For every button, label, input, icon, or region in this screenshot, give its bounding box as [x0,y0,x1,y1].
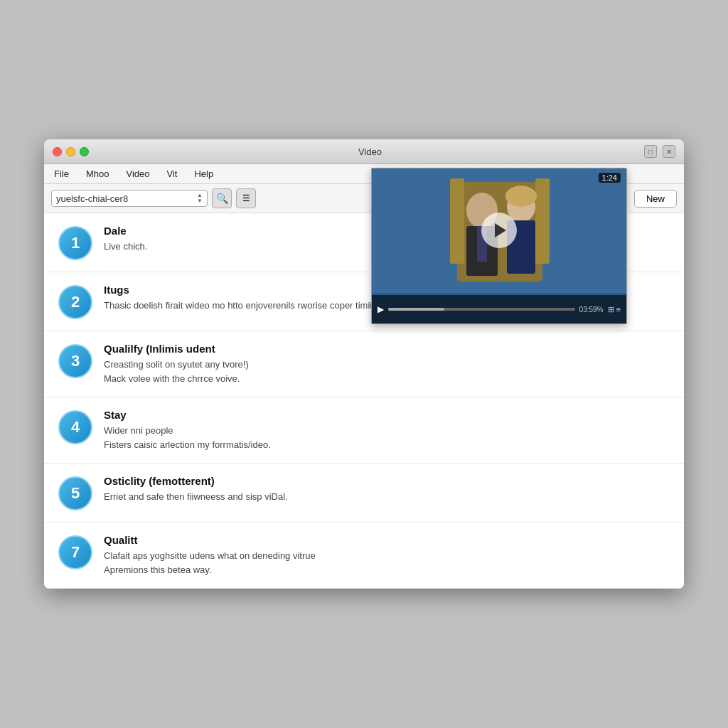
video-content [372,168,626,292]
close-traffic-light[interactable] [53,147,62,156]
svg-rect-3 [535,178,550,264]
window-title: Video [96,146,644,157]
list-item[interactable]: 7 Qualitt Clafait aps yoghsitte udens wh… [44,523,684,589]
item-number-1: 1 [58,226,92,260]
video-play-button[interactable]: ▶ [378,304,384,314]
new-button[interactable]: New [634,190,677,208]
item-number-5: 5 [58,476,92,510]
search-icon: 🔍 [216,193,228,204]
item-content-3: Qualilfy (Inlimis udent Creasting solit … [104,343,670,385]
svg-point-9 [505,186,537,207]
item-desc-7: Clafait aps yoghsitte udens what on dene… [104,549,670,577]
search-box: ▲ ▼ [51,190,208,207]
item-title-5: Osticlity (femotterent) [104,475,670,487]
video-progress-bar[interactable] [388,308,575,311]
list-icon: ☰ [242,193,250,203]
traffic-lights [53,147,89,156]
maximize-traffic-light[interactable] [80,147,89,156]
menu-mhoo[interactable]: Mhoo [83,167,112,181]
item-content-7: Qualitt Clafait aps yoghsitte udens what… [104,534,670,577]
window-controls: □ ✕ [644,145,675,158]
list-item[interactable]: 4 Stay Wider nni people Fisters caisic a… [44,397,684,464]
video-progress-fill [388,308,444,311]
item-content-5: Osticlity (femotterent) Erriet and safe … [104,475,670,504]
item-desc-4: Wider nni people Fisters caisic arlectio… [104,424,670,451]
svg-rect-2 [450,178,464,264]
menu-vit[interactable]: Vit [164,167,181,181]
minimize-button[interactable]: □ [644,145,657,158]
video-options-icon[interactable]: ⊞ ≡ [608,305,621,314]
menu-help[interactable]: Help [191,167,216,181]
item-title-3: Qualilfy (Inlimis udent [104,343,670,355]
video-time-display: 03:59% [579,306,604,314]
main-window: Video □ ✕ File Mhoo Video Vit Help ▲ ▼ 🔍… [44,139,684,589]
item-number-3: 3 [58,344,92,378]
item-number-2: 2 [58,285,92,319]
play-button[interactable] [481,213,517,248]
item-title-4: Stay [104,409,670,421]
menu-file[interactable]: File [51,167,72,181]
item-content-4: Stay Wider nni people Fisters caisic arl… [104,409,670,451]
item-desc-5: Erriet and safe then fiiwneess and sisp … [104,490,670,504]
play-icon [495,223,506,237]
list-view-button[interactable]: ☰ [236,188,256,208]
title-bar: Video □ ✕ [44,139,684,164]
video-controls-bar: ▶ 03:59% ⊞ ≡ [372,295,626,323]
stepper-down[interactable]: ▼ [197,198,203,204]
item-number-7: 7 [58,535,92,569]
menu-video[interactable]: Video [123,167,152,181]
search-button[interactable]: 🔍 [212,188,232,208]
video-thumbnail[interactable]: 1:24 ▶ 03:59% ⊞ ≡ [371,168,627,324]
item-title-7: Qualitt [104,534,670,546]
minimize-traffic-light[interactable] [66,147,75,156]
item-desc-3: Creasting solit on syutet any tvore!) Ma… [104,358,670,385]
close-button[interactable]: ✕ [663,145,675,158]
search-input[interactable] [56,193,194,204]
search-stepper: ▲ ▼ [197,193,203,204]
list-item[interactable]: 3 Qualilfy (Inlimis udent Creasting soli… [44,331,684,397]
item-number-4: 4 [58,410,92,444]
video-timer: 1:24 [599,173,621,183]
list-item[interactable]: 5 Osticlity (femotterent) Erriet and saf… [44,464,684,523]
